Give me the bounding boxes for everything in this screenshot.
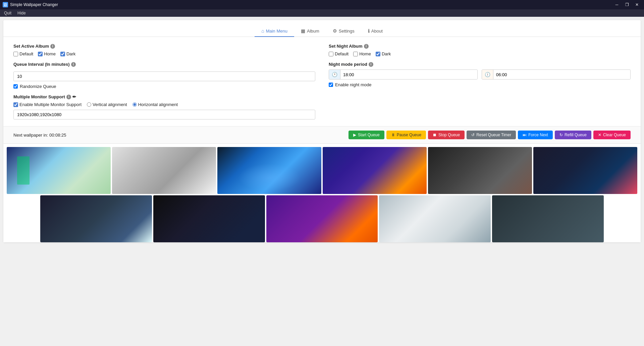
active-home-checkbox[interactable] — [38, 52, 43, 56]
refill-queue-icon: ↻ — [559, 133, 563, 137]
tab-about[interactable]: ℹ About — [361, 26, 389, 37]
enable-monitor-label[interactable]: Enable Multiple Monitor Support — [13, 102, 82, 107]
vertical-alignment-radio[interactable] — [87, 102, 91, 107]
monitor-info-icon[interactable]: i — [66, 95, 71, 99]
stop-queue-label: Stop Queue — [438, 133, 460, 137]
restore-button[interactable]: ❐ — [623, 1, 631, 8]
clear-queue-button[interactable]: ✕ Clear Queue — [593, 131, 631, 139]
wallpaper-thumb-9[interactable] — [266, 195, 378, 242]
pause-queue-label: Pause Queue — [397, 133, 421, 137]
pause-queue-icon: ⏸ — [391, 133, 395, 137]
stop-queue-icon: ⏹ — [433, 133, 437, 137]
album-icon: ▦ — [301, 28, 305, 34]
night-mode-info-icon[interactable]: i — [369, 62, 373, 67]
night-dark-checkbox-label[interactable]: Dark — [376, 51, 391, 56]
tab-main-menu-label: Main Menu — [266, 29, 287, 34]
tab-settings[interactable]: ⚙ Settings — [326, 26, 361, 37]
wallpaper-thumb-4[interactable] — [323, 147, 427, 194]
night-home-checkbox[interactable] — [353, 52, 358, 56]
wallpaper-thumb-11[interactable] — [492, 195, 604, 242]
tab-album[interactable]: ▦ Album — [294, 26, 326, 37]
start-queue-icon: ▶ — [353, 133, 356, 137]
start-queue-label: Start Queue — [358, 133, 380, 137]
night-mode-title: Night mode period i — [329, 62, 631, 67]
monitor-section: Multiple Monitor Support i ✏ Enable Mult… — [13, 94, 315, 119]
wallpaper-thumb-2[interactable] — [112, 147, 216, 194]
tab-album-label: Album — [307, 29, 319, 34]
randomize-row: Randomize Queue — [13, 84, 315, 89]
tab-main-menu[interactable]: ⌂ Main Menu — [255, 26, 294, 37]
randomize-label[interactable]: Randomize Queue — [20, 84, 56, 89]
active-album-section: Set Active Album i Default Home Dark — [13, 44, 315, 119]
wallpaper-thumb-1[interactable] — [7, 147, 111, 194]
enable-night-checkbox[interactable] — [329, 83, 333, 87]
force-next-button[interactable]: ⏭ Force Next — [518, 131, 553, 139]
night-end-time[interactable] — [493, 70, 630, 79]
enable-night-label[interactable]: Enable night mode — [335, 82, 371, 87]
titlebar: 🖼 Simple Wallpaper Changer ─ ❐ ✕ — [0, 0, 644, 9]
titlebar-title: Simple Wallpaper Changer — [10, 2, 58, 7]
vertical-alignment-label[interactable]: Vertical alignment — [87, 102, 127, 107]
active-album-info-icon[interactable]: i — [50, 44, 55, 49]
night-start-clock-icon: 🕐 — [329, 70, 340, 79]
night-home-checkbox-label[interactable]: Home — [353, 51, 371, 56]
night-default-checkbox-label[interactable]: Default — [329, 51, 348, 56]
active-home-checkbox-label[interactable]: Home — [38, 51, 56, 56]
night-album-section: Set Night Album i Default Home Dark — [329, 44, 631, 119]
wallpaper-thumb-10[interactable] — [379, 195, 491, 242]
tab-settings-label: Settings — [339, 29, 355, 34]
active-default-checkbox-label[interactable]: Default — [13, 51, 33, 56]
queue-interval-input[interactable] — [13, 71, 315, 81]
about-icon: ℹ — [368, 28, 370, 34]
enable-monitor-checkbox[interactable] — [13, 102, 18, 107]
night-home-label: Home — [359, 51, 371, 56]
active-dark-checkbox-label[interactable]: Dark — [60, 51, 75, 56]
night-start-time[interactable] — [340, 70, 477, 79]
vertical-alignment-text: Vertical alignment — [93, 102, 127, 107]
pause-queue-button[interactable]: ⏸ Pause Queue — [386, 131, 426, 139]
randomize-checkbox[interactable] — [13, 84, 18, 89]
night-start-time-wrap: 🕐 — [329, 69, 478, 80]
night-album-checkboxes: Default Home Dark — [329, 51, 631, 56]
stop-queue-button[interactable]: ⏹ Stop Queue — [428, 131, 465, 139]
start-queue-button[interactable]: ▶ Start Queue — [348, 131, 384, 139]
horizontal-alignment-label[interactable]: Horizontal alignment — [132, 102, 178, 107]
active-album-checkboxes: Default Home Dark — [13, 51, 315, 56]
main-content: ⌂ Main Menu ▦ Album ⚙ Settings ℹ About S… — [3, 20, 641, 242]
wallpaper-thumb-6[interactable] — [533, 147, 637, 194]
monitor-edit-icon[interactable]: ✏ — [72, 94, 76, 99]
settings-area: Set Active Album i Default Home Dark — [3, 37, 641, 127]
wallpaper-thumb-3[interactable] — [217, 147, 321, 194]
night-album-info-icon[interactable]: i — [364, 44, 369, 49]
menu-hide[interactable]: Hide — [15, 10, 29, 16]
tab-about-label: About — [371, 29, 383, 34]
reset-timer-button[interactable]: ↺ Reset Queue Timer — [467, 131, 516, 139]
force-next-icon: ⏭ — [523, 133, 527, 137]
wallpaper-thumb-8[interactable] — [153, 195, 265, 242]
settings-icon: ⚙ — [333, 28, 337, 34]
reset-timer-label: Reset Queue Timer — [476, 133, 511, 137]
night-default-checkbox[interactable] — [329, 52, 333, 56]
image-row-1 — [7, 147, 637, 194]
active-default-checkbox[interactable] — [13, 52, 18, 56]
horizontal-alignment-radio[interactable] — [132, 102, 137, 107]
wallpaper-thumb-7[interactable] — [40, 195, 152, 242]
queue-interval-info-icon[interactable]: i — [71, 62, 76, 67]
menu-quit[interactable]: Quit — [1, 10, 14, 16]
reset-timer-icon: ↺ — [471, 133, 475, 137]
monitor-resolution-input[interactable] — [13, 110, 315, 119]
night-dark-checkbox[interactable] — [376, 52, 380, 56]
enable-night-row: Enable night mode — [329, 82, 631, 87]
clear-queue-label: Clear Queue — [603, 133, 626, 137]
close-button[interactable]: ✕ — [633, 1, 641, 8]
active-album-title: Set Active Album i — [13, 44, 315, 49]
refill-queue-button[interactable]: ↻ Refill Queue — [555, 131, 591, 139]
night-mode-section: Night mode period i 🕐 🕕 — [329, 62, 631, 87]
wallpaper-thumb-5[interactable] — [428, 147, 532, 194]
nav-tabs: ⌂ Main Menu ▦ Album ⚙ Settings ℹ About — [3, 20, 641, 37]
force-next-label: Force Next — [528, 133, 548, 137]
minimize-button[interactable]: ─ — [612, 1, 621, 8]
active-dark-checkbox[interactable] — [60, 52, 65, 56]
queue-buttons: ▶ Start Queue ⏸ Pause Queue ⏹ Stop Queue… — [348, 131, 631, 139]
app-icon: 🖼 — [3, 2, 8, 7]
